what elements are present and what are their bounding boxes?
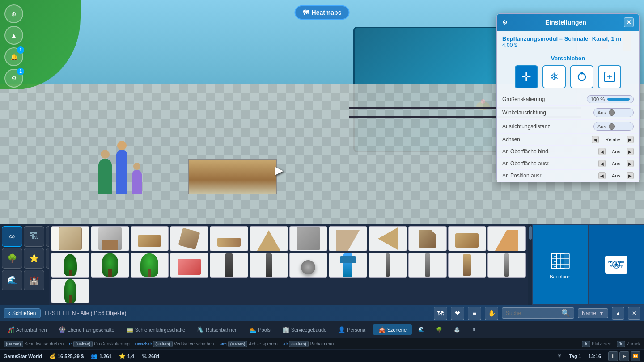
frontier-panel-btn[interactable]: FRONTIER workshop xyxy=(588,224,644,305)
tab-fountain[interactable]: ⛲ xyxy=(449,325,466,334)
tab-service[interactable]: 🏢 Servicegebäude xyxy=(277,324,332,335)
tab-rutsch[interactable]: 🛝 Rutschbahnen xyxy=(191,324,243,335)
list-item[interactable] xyxy=(408,226,447,251)
list-item[interactable] xyxy=(487,253,526,278)
tab-achterbahnen[interactable]: 🎢 Achterbahnen xyxy=(2,324,52,335)
surface-align-right-btn[interactable]: ▶ xyxy=(627,160,634,167)
settings-hud-button[interactable]: ⚙ xyxy=(4,69,23,88)
cat-star[interactable]: ⭐ xyxy=(24,248,44,269)
tab-pools[interactable]: 🏊 Pools xyxy=(244,324,276,335)
list-item[interactable] xyxy=(487,226,526,251)
list-item[interactable] xyxy=(51,279,89,303)
tab-ebene[interactable]: 🎡 Ebene Fahrgeschäfte xyxy=(53,324,120,335)
tab-up[interactable]: ⬆ xyxy=(466,325,481,334)
close-button[interactable]: ‹ Schließen xyxy=(4,308,41,318)
cat-water[interactable]: 🌊 xyxy=(2,270,22,290)
map-view-btn[interactable]: 🗺 xyxy=(434,307,447,320)
move-all-btn[interactable]: ✛ xyxy=(515,65,538,88)
blueprints-panel-btn[interactable]: Baupläne xyxy=(532,224,588,305)
list-item[interactable] xyxy=(369,253,407,278)
angle-align-control[interactable]: Aus xyxy=(593,108,634,117)
list-item[interactable] xyxy=(170,226,208,251)
list-item[interactable] xyxy=(170,253,208,278)
settings-close-btn[interactable]: ✕ xyxy=(624,17,634,27)
toggle-dot-dist[interactable] xyxy=(609,123,615,130)
surface-bind-row: An Oberfläche bind. ◀ Aus ▶ xyxy=(497,146,639,158)
cat-build[interactable]: 🏗 xyxy=(24,226,44,247)
list-item[interactable] xyxy=(91,253,129,278)
collapse-btn[interactable]: ▲ xyxy=(612,307,624,320)
list-item[interactable] xyxy=(51,253,89,278)
tab-ebene-label: Ebene Fahrgeschäfte xyxy=(68,327,114,333)
tab-trees[interactable]: 🌳 xyxy=(431,325,448,334)
rotate-btn[interactable] xyxy=(570,65,593,88)
placement-cursor: ▶ xyxy=(275,164,283,177)
filter-btn[interactable]: ≡ xyxy=(468,307,481,320)
tab-personal[interactable]: 👤 Personal xyxy=(333,324,372,335)
tab-schienen-label: Schienenfahrgeschäfte xyxy=(135,327,186,333)
tab-szenerie[interactable]: 🎪 Szenerie xyxy=(373,324,412,335)
axes-left-btn[interactable]: ◀ xyxy=(592,136,599,143)
search-box: 🔍 xyxy=(502,307,574,319)
toggle-dot-angle[interactable] xyxy=(609,109,615,116)
axes-right-btn[interactable]: ▶ xyxy=(627,136,634,143)
map-button[interactable]: ⊕ xyxy=(4,4,23,23)
position-align-left-btn[interactable]: ◀ xyxy=(598,172,606,179)
play-btn[interactable]: ▶ xyxy=(619,351,629,361)
list-item[interactable] xyxy=(210,226,248,251)
list-item[interactable] xyxy=(329,253,367,278)
surface-align-left-btn[interactable]: ◀ xyxy=(598,160,606,167)
list-item[interactable] xyxy=(210,253,248,278)
surface-bind-control: ◀ Aus ▶ xyxy=(598,148,634,155)
list-item[interactable] xyxy=(51,226,89,251)
fast-forward-btn[interactable]: ⏩ xyxy=(631,351,640,361)
hand-btn[interactable]: ✋ xyxy=(485,307,498,320)
keybind-vertical: Umschalt (Halten) Vertikal verschieben xyxy=(135,341,214,347)
size-scale-control[interactable]: 100 % xyxy=(587,95,634,103)
resize-btn[interactable] xyxy=(598,65,621,88)
scenery-icon: 🎪 xyxy=(378,326,386,333)
key-place: 🖱 xyxy=(582,341,590,347)
tab-schienen[interactable]: 🚃 Schienenfahrgeschäfte xyxy=(121,324,191,335)
create-title: ERSTELLEN - Alle (3156 Objekte) xyxy=(44,310,430,316)
size-scale-slider[interactable] xyxy=(607,98,630,101)
alerts-button[interactable]: ▲ xyxy=(4,26,23,45)
position-align-right-btn[interactable]: ▶ xyxy=(627,172,634,179)
tab-water[interactable]: 🌊 xyxy=(413,325,430,334)
scroll-bar[interactable] xyxy=(528,224,532,305)
surface-bind-left-btn[interactable]: ◀ xyxy=(598,148,606,155)
surface-align-control: ◀ Aus ▶ xyxy=(598,160,634,167)
list-item[interactable] xyxy=(131,226,169,251)
search-input[interactable] xyxy=(506,310,559,316)
list-item[interactable] xyxy=(448,226,487,251)
list-item[interactable] xyxy=(250,253,288,278)
close-list-btn[interactable]: ✕ xyxy=(628,307,640,320)
list-item[interactable] xyxy=(448,253,487,278)
align-dist-control[interactable]: Aus xyxy=(593,122,634,131)
cat-castle[interactable]: 🏰 xyxy=(24,270,44,290)
favorites-btn[interactable]: ❤ xyxy=(451,307,464,320)
surface-bind-right-btn[interactable]: ▶ xyxy=(627,148,634,155)
cat-all[interactable]: ∞ xyxy=(2,226,22,247)
heatmaps-button[interactable]: 🗺 Heatmaps xyxy=(295,5,350,20)
list-item[interactable] xyxy=(91,226,129,251)
sort-dropdown[interactable]: Name ▼ xyxy=(578,308,608,318)
money-status: 💰 16.525,29 $ xyxy=(49,353,84,359)
list-item[interactable] xyxy=(408,253,447,278)
move-section-label: Verschieben xyxy=(497,51,639,63)
key-hold-rotate: (Halten) xyxy=(4,341,23,347)
cat-nature[interactable]: 🌳 xyxy=(2,248,22,269)
pause-btn[interactable]: ⏸ xyxy=(608,351,618,361)
list-item[interactable] xyxy=(131,253,169,278)
list-item[interactable] xyxy=(289,226,328,251)
list-item[interactable] xyxy=(289,253,328,278)
list-item[interactable] xyxy=(250,226,288,251)
keybind-axis: Strg (Halten) Achse sperren xyxy=(219,341,278,347)
list-item[interactable] xyxy=(369,226,407,251)
freeze-btn[interactable]: ❄ xyxy=(542,65,566,88)
build-status: 🏗 2684 xyxy=(141,353,159,359)
list-item[interactable] xyxy=(329,226,367,251)
blueprints-icon xyxy=(549,250,572,272)
category-sidebar: ∞ 🌳 🌊 🏗 ⭐ 🏰 🗿 🪑 xyxy=(0,224,49,305)
notification-button[interactable]: 🔔 xyxy=(4,47,23,66)
